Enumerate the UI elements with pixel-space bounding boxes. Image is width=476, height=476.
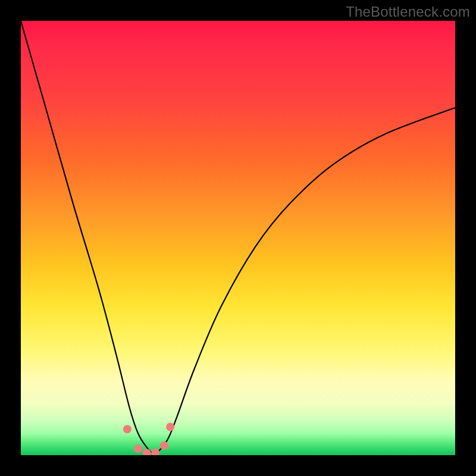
chart-frame: TheBottleneck.com: [0, 0, 476, 476]
watermark-text: TheBottleneck.com: [346, 4, 470, 20]
curve-marker-dot: [123, 425, 131, 433]
curve-marker-dot: [151, 449, 159, 455]
curve-marker-dot: [134, 444, 142, 453]
chart-svg: [21, 21, 455, 455]
curve-markers: [123, 423, 174, 455]
curve-marker-dot: [160, 441, 168, 450]
plot-area: [21, 21, 455, 455]
bottleneck-curve: [21, 21, 455, 453]
curve-marker-dot: [166, 423, 174, 431]
curve-marker-dot: [143, 449, 151, 455]
